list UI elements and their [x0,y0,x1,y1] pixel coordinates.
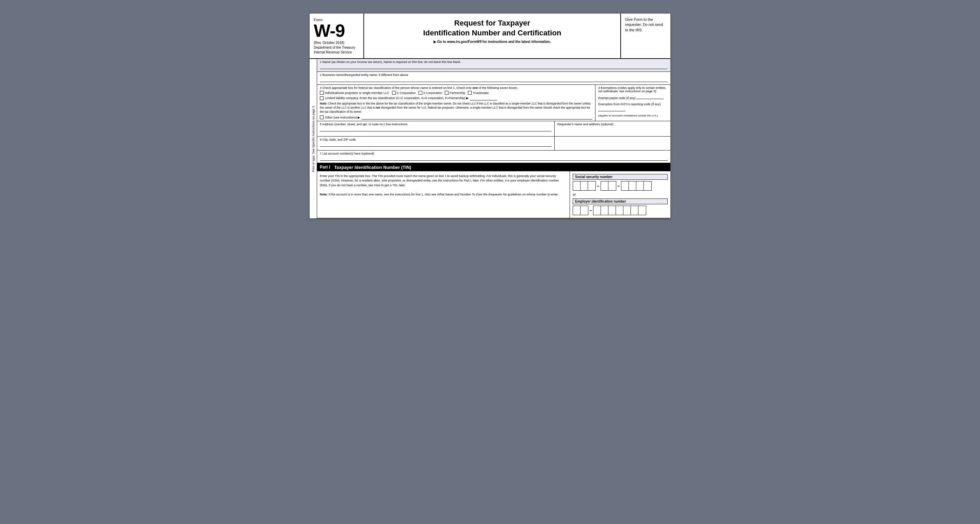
form-page: Form W-9 (Rev. October 2018) Department … [310,14,670,218]
ssn-cell-5[interactable] [608,182,616,190]
ein-cell-2[interactable] [581,206,588,215]
part1-title: Taxpayer Identification Number (TIN) [334,165,411,170]
checkbox-individual[interactable]: Individual/sole proprietor or single-mem… [320,91,389,95]
ein-cell-3[interactable] [593,206,601,215]
part1-body: Enter your TIN in the appropriate box. T… [317,171,670,218]
exempt-payee-row: Exempt payee code (if any) [598,94,668,100]
header-left: Form W-9 (Rev. October 2018) Department … [310,14,364,58]
field5-left: 5 Address (number, street, and apt. or s… [317,121,555,136]
ssn-cell-4[interactable] [601,182,608,190]
field1-label: 1 Name (as shown on your income tax retu… [320,60,668,64]
exempt-payee-input[interactable] [636,94,663,99]
ssn-dash-1: – [597,183,600,189]
side-label-text: Print or type. See Specific Instructions… [312,105,315,172]
ein-dash: – [589,208,592,213]
form-body: Print or type. See Specific Instructions… [310,59,670,218]
checkbox-trust-box[interactable] [468,91,472,95]
ssn-boxes: – – [573,181,668,191]
field2-row: 2 Business name/disregarded entity name,… [317,72,670,85]
ssn-cell-3[interactable] [588,182,595,190]
form-goto: ▶ Go to www.irs.gov/FormW9 for instructi… [371,40,614,44]
ein-group-2 [593,205,646,215]
form-number: W-9 [314,22,360,40]
header-right: Give Form to the requester. Do not send … [621,14,670,58]
ssn-cell-2[interactable] [581,182,588,190]
form-header: Form W-9 (Rev. October 2018) Department … [310,14,670,59]
checkbox-c-corp[interactable]: C Corporation [392,91,416,95]
ssn-cell-8[interactable] [636,182,644,190]
llc-label: Limited liability company. Enter the tax… [325,96,469,100]
ein-cell-6[interactable] [616,206,624,215]
requester-section: Requester's name and address (optional) [555,121,670,136]
ein-cell-4[interactable] [601,206,608,215]
ssn-group-2 [601,181,616,191]
field1-input[interactable] [320,64,668,69]
field7-row: 7 List account number(s) here (optional) [317,150,670,163]
ssn-dash-2: – [617,183,620,189]
field5-label: 5 Address (number, street, and apt. or s… [320,123,552,126]
side-label: Print or type. See Specific Instructions… [310,59,317,218]
checkbox-partnership[interactable]: Partnership [445,91,465,95]
or-text: or [573,193,668,196]
field6-label: 6 City, state, and ZIP code [320,138,552,141]
other-label: Other (see instructions) ▶ [325,116,360,119]
checkbox-s-corp-label: S Corporation [423,91,442,95]
fatca-input[interactable] [598,107,625,111]
field3-label: 3 Check appropriate box for federal tax … [320,86,592,89]
checkbox-individual-box[interactable] [320,91,324,95]
exemptions-label: 4 Exemptions (codes apply only to certai… [598,86,668,93]
checkbox-trust[interactable]: Trust/estate [468,91,488,95]
ein-group-1 [573,205,588,215]
ein-cell-8[interactable] [631,206,638,215]
form-rev: (Rev. October 2018) [314,41,360,45]
requester-label: Requester's name and address (optional) [557,123,668,126]
checkbox-llc-box[interactable] [320,96,324,100]
part1-header: Part I Taxpayer Identification Number (T… [317,163,670,171]
checkbox-c-corp-box[interactable] [392,91,396,95]
ein-cell-1[interactable] [573,206,581,215]
checkbox-s-corp-box[interactable] [418,91,422,95]
other-input[interactable] [361,115,592,119]
checkbox-other-box[interactable] [320,115,324,119]
checkbox-partnership-label: Partnership [450,91,465,95]
field3-row: 3 Check appropriate box for federal tax … [317,85,670,121]
checkbox-individual-label: Individual/sole proprietor or single-mem… [325,91,389,95]
field6-row: 6 City, state, and ZIP code [317,137,670,150]
header-center: Request for Taxpayer Identification Numb… [364,14,621,58]
ssn-group-3 [621,181,652,191]
field3-left: 3 Check appropriate box for federal tax … [317,85,595,121]
ssn-cell-7[interactable] [629,182,636,190]
applies-text: (Applies to accounts maintained outside … [598,114,668,117]
ssn-group-1 [573,181,596,191]
ein-cell-7[interactable] [624,206,631,215]
ssn-label: Social security number [573,174,668,180]
ssn-cell-6[interactable] [621,182,629,190]
part1-right: Social security number – – [570,171,670,218]
ssn-cell-1[interactable] [573,182,581,190]
ein-cell-5[interactable] [608,206,616,215]
checkbox-c-corp-label: C Corporation [397,91,416,95]
ein-cell-9[interactable] [638,206,646,215]
field6-input[interactable] [320,142,552,147]
field7-input[interactable] [320,156,668,161]
checkboxes-row: Individual/sole proprietor or single-mem… [320,91,592,95]
form-fields: 1 Name (as shown on your income tax retu… [317,59,670,218]
field5-row: 5 Address (number, street, and apt. or s… [317,121,670,137]
part1-left: Enter your TIN in the appropriate box. T… [317,171,570,218]
exempt-payee-label: Exempt payee code (if any) [598,96,636,100]
llc-row: Limited liability company. Enter the tax… [320,96,592,100]
exemptions-section: 4 Exemptions (codes apply only to certai… [595,85,670,121]
field6-left: 6 City, state, and ZIP code [317,137,555,150]
checkbox-partnership-box[interactable] [445,91,449,95]
ssn-cell-9[interactable] [644,182,651,190]
checkbox-s-corp[interactable]: S Corporation [418,91,442,95]
field2-input[interactable] [320,77,668,82]
field1-row: 1 Name (as shown on your income tax retu… [317,59,670,72]
llc-input[interactable] [470,96,497,100]
other-row: Other (see instructions) ▶ [320,115,592,119]
ein-boxes: – [573,205,668,215]
form-dept: Department of the Treasury Internal Reve… [314,45,360,55]
field5-input[interactable] [320,127,552,131]
part1-label: Part I [320,165,330,170]
ein-label: Employer identification number [573,199,668,204]
